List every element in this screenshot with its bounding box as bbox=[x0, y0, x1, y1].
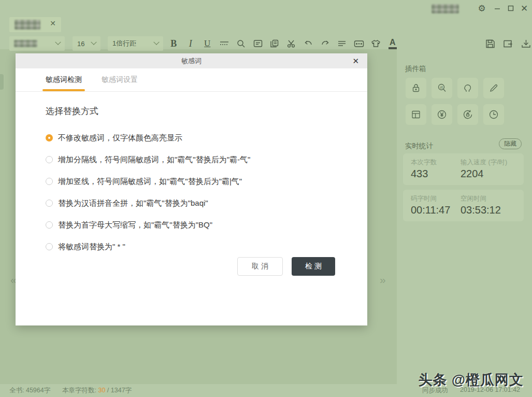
align-icon[interactable] bbox=[335, 36, 350, 51]
table-icon[interactable] bbox=[406, 104, 426, 125]
font-family-dropdown[interactable] bbox=[9, 36, 65, 51]
stats-title: 实时统计 bbox=[405, 141, 433, 151]
search-icon[interactable] bbox=[234, 36, 249, 51]
radio-label: 不修改敏感词，仅字体颜色高亮显示 bbox=[58, 133, 182, 143]
profile-head-icon[interactable] bbox=[457, 78, 478, 98]
save-icon-group bbox=[483, 36, 532, 51]
dialog-title: 敏感词 bbox=[181, 56, 202, 66]
format-icon-group: B I U bbox=[166, 36, 400, 51]
radio-label: 替换为首字母大写缩写，如"霸气"替换为"BQ" bbox=[58, 220, 212, 230]
stat-label: 本次字数 bbox=[411, 158, 461, 167]
chapter-current-count: 30 bbox=[98, 387, 105, 394]
radio-label: 增加分隔线，符号间隔敏感词，如"霸气"替换后为"霸-气" bbox=[58, 155, 250, 165]
titlebar: ⚙ ✕ bbox=[0, 0, 532, 16]
statusbar: 全书: 45964字 本章字符数: 30 / 1347字 同步成功 2019-1… bbox=[0, 384, 532, 397]
dialog-titlebar: 敏感词 ✕ bbox=[16, 53, 367, 68]
indent-icon[interactable] bbox=[352, 36, 367, 51]
word-search-icon[interactable]: 词 bbox=[432, 78, 452, 98]
plugin-box-title: 插件箱 bbox=[405, 64, 426, 74]
replace-mode-heading: 选择替换方式 bbox=[46, 105, 98, 117]
radio-icon[interactable] bbox=[46, 200, 53, 207]
chapter-charcount-label: 本章字符数: bbox=[62, 387, 98, 394]
font-size-value: 16 bbox=[77, 40, 84, 48]
radio-label: 将敏感词替换为" * " bbox=[58, 242, 125, 252]
stat-value: 2204 bbox=[461, 168, 524, 185]
font-size-dropdown[interactable]: 16 bbox=[73, 36, 100, 51]
document-tab[interactable]: ✕ bbox=[9, 17, 61, 32]
sensitive-words-dialog: 敏感词 ✕ 敏感词检测 敏感词设置 选择替换方式 不修改敏感词，仅字体颜色高亮显… bbox=[16, 53, 367, 325]
cut-icon[interactable] bbox=[284, 36, 299, 51]
bold-icon[interactable]: B bbox=[166, 36, 181, 51]
divider-line-icon[interactable] bbox=[217, 36, 232, 51]
tab-sensitive-detect[interactable]: 敏感词检测 bbox=[46, 68, 82, 91]
settings-gear-icon[interactable]: ⚙ bbox=[476, 2, 488, 15]
stat-value: 433 bbox=[411, 168, 461, 185]
radio-icon[interactable] bbox=[46, 156, 53, 163]
stats-card-time: 码字时间 空闲时间 00:11:47 03:53:12 bbox=[403, 190, 524, 221]
underline-icon[interactable]: U bbox=[200, 36, 215, 51]
theme-tshirt-icon[interactable] bbox=[368, 36, 383, 51]
radio-icon[interactable] bbox=[46, 221, 53, 229]
radio-option[interactable]: 替换为首字母大写缩写，如"霸气"替换为"BQ" bbox=[46, 219, 212, 231]
chapter-charcount: 本章字符数: 30 / 1347字 bbox=[62, 386, 132, 395]
right-panel: 插件箱 词 实时统计 隐藏 本次字数 输入速度 (字/时) 4 bbox=[397, 49, 532, 384]
download-icon[interactable] bbox=[519, 36, 532, 51]
radio-option[interactable]: 替换为汉语拼音全拼，如"霸气"替换为"baqi" bbox=[46, 197, 208, 209]
redo-icon[interactable] bbox=[318, 36, 333, 51]
format-toolbar: 16 1倍行距 B I U bbox=[0, 36, 532, 51]
radio-icon[interactable] bbox=[46, 178, 53, 185]
radio-option[interactable]: 增加分隔线，符号间隔敏感词，如"霸气"替换后为"霸-气" bbox=[46, 154, 250, 165]
stat-label: 码字时间 bbox=[411, 194, 461, 203]
chevron-down-icon bbox=[55, 39, 61, 45]
radio-label: 替换为汉语拼音全拼，如"霸气"替换为"baqi" bbox=[58, 198, 208, 208]
sidebar-collapse-handle[interactable] bbox=[0, 74, 4, 90]
next-page-chevron[interactable]: » bbox=[380, 274, 386, 286]
radio-option[interactable]: 将敏感词替换为" * " bbox=[46, 241, 125, 252]
dialog-close-icon[interactable]: ✕ bbox=[352, 56, 359, 66]
stat-value: 03:53:12 bbox=[461, 204, 524, 221]
font-name-blurred bbox=[14, 40, 37, 47]
cancel-button[interactable]: 取 消 bbox=[237, 257, 283, 276]
svg-text:词: 词 bbox=[440, 86, 443, 89]
line-spacing-value: 1倍行距 bbox=[112, 39, 136, 48]
app-window: ⚙ ✕ ✕ 16 1倍行距 B I U bbox=[0, 0, 532, 397]
italic-icon[interactable]: I bbox=[183, 36, 198, 51]
copy-icon[interactable] bbox=[267, 36, 282, 51]
dialog-tabs: 敏感词检测 敏感词设置 bbox=[16, 68, 367, 92]
radio-option[interactable]: 不修改敏感词，仅字体颜色高亮显示 bbox=[46, 132, 182, 144]
font-color-icon[interactable]: A bbox=[385, 36, 400, 51]
tab-sensitive-settings[interactable]: 敏感词设置 bbox=[102, 68, 138, 91]
auto-lock-icon[interactable] bbox=[457, 104, 478, 125]
stats-card-words: 本次字数 输入速度 (字/时) 433 2204 bbox=[403, 153, 524, 185]
save-icon[interactable] bbox=[483, 36, 498, 51]
sync-status: 同步成功 bbox=[422, 386, 448, 395]
line-spacing-dropdown[interactable]: 1倍行距 bbox=[108, 36, 163, 51]
tab-close-icon[interactable]: ✕ bbox=[50, 19, 56, 27]
minimize-button[interactable] bbox=[491, 2, 504, 15]
radio-option[interactable]: 增加竖线，符号间隔敏感词，如"霸气"替换后为"霸|气" bbox=[46, 176, 242, 187]
radio-icon[interactable] bbox=[46, 134, 53, 141]
pencil-icon[interactable] bbox=[483, 78, 504, 98]
radio-label: 增加竖线，符号间隔敏感词，如"霸气"替换后为"霸|气" bbox=[58, 177, 242, 187]
username-blurred bbox=[432, 4, 459, 13]
stat-label: 输入速度 (字/时) bbox=[461, 158, 524, 167]
maximize-button[interactable] bbox=[505, 2, 517, 15]
chevron-down-icon bbox=[91, 39, 96, 45]
sync-timestamp: 2019-12-06 17:01:42 bbox=[460, 386, 520, 393]
currency-yen-icon[interactable] bbox=[432, 104, 452, 125]
detect-button[interactable]: 检 测 bbox=[292, 257, 335, 276]
clock-icon[interactable] bbox=[483, 104, 504, 125]
radio-icon[interactable] bbox=[46, 243, 53, 250]
stat-label: 空闲时间 bbox=[461, 194, 524, 203]
hide-stats-button[interactable]: 隐藏 bbox=[499, 138, 522, 149]
undo-icon[interactable] bbox=[301, 36, 316, 51]
stat-value: 00:11:47 bbox=[411, 204, 461, 221]
close-window-button[interactable]: ✕ bbox=[518, 2, 530, 15]
chevron-down-icon bbox=[153, 39, 159, 45]
save-as-icon[interactable] bbox=[501, 36, 516, 51]
note-icon[interactable] bbox=[251, 36, 266, 51]
lock-icon[interactable] bbox=[406, 78, 426, 98]
book-wordcount: 全书: 45964字 bbox=[9, 386, 50, 395]
document-tab-title-blurred bbox=[15, 20, 40, 30]
chapter-total-count: / 1347字 bbox=[105, 387, 132, 394]
